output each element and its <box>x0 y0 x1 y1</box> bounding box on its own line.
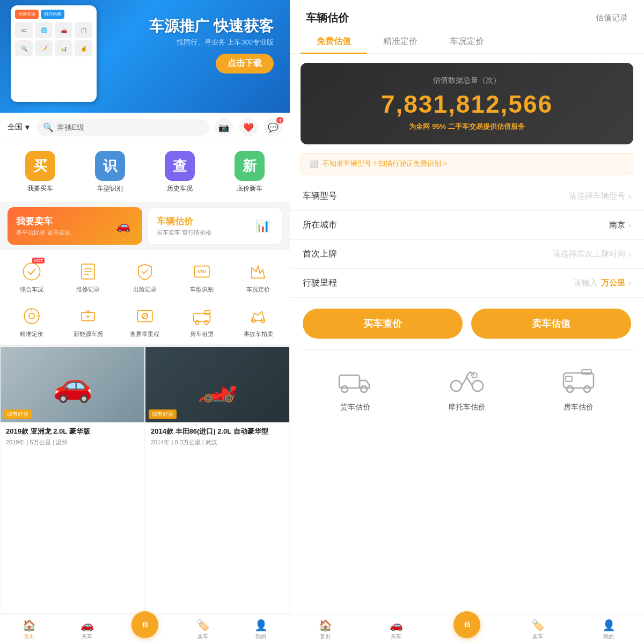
left-nav-estimate[interactable]: 估 <box>116 614 174 644</box>
car-image-0: 🚗 城市好店 <box>1 347 144 422</box>
right-nav-estimate-center[interactable]: 估 <box>453 611 480 638</box>
search-icons: 📷 ❤️ 💬 4 <box>215 118 282 136</box>
car-km-0: 6万公里 <box>30 439 50 445</box>
svg-point-23 <box>341 386 348 392</box>
stats-card: 估值数据总量（次） 7,831,812,566 为全网 95% 二手车交易提供估… <box>301 63 633 144</box>
phone-mockup: 全网车源 同行内网 🏷 🌐 🚗 📋 🔍 📝 📊 💰 <box>11 5 97 102</box>
tab-condition-price[interactable]: 车况定价 <box>434 31 500 54</box>
icon-precise-price[interactable]: 精准定价 <box>3 302 60 340</box>
sell-estimate-button[interactable]: 卖车估值 <box>471 309 631 339</box>
svg-point-31 <box>567 386 573 392</box>
left-nav-home-label: 首页 <box>24 633 34 640</box>
icon-mileage[interactable]: 查异常里程 <box>116 302 173 340</box>
car-city-1: 武汉 <box>206 439 217 445</box>
repair-icon-wrap <box>76 260 100 283</box>
form-row-date[interactable]: 首次上牌 请选择首次上牌时间 › <box>290 240 644 269</box>
icon-rv-rental[interactable]: 房车租赁 <box>173 302 230 340</box>
camera-icon-button[interactable]: 📷 <box>215 118 233 136</box>
right-nav-home[interactable]: 🏠 首页 <box>290 614 361 644</box>
right-nav-mine[interactable]: 👤 我的 <box>573 614 644 644</box>
rv-rental-icon <box>192 306 212 326</box>
grid-item-new[interactable]: 新 底价新车 <box>215 151 284 193</box>
right-nav-buy-label: 买车 <box>391 633 401 640</box>
repair-label: 维修记录 <box>76 286 100 294</box>
comprehensive-icon <box>21 261 42 282</box>
right-nav-buy-icon: 🚗 <box>390 619 403 632</box>
stats-number: 7,831,812,566 <box>313 90 620 119</box>
right-nav-home-label: 首页 <box>320 633 331 640</box>
phone-icon-3: 🚗 <box>55 22 72 38</box>
message-badge: 4 <box>276 117 283 123</box>
history-label: 历史车况 <box>167 184 193 193</box>
wide-buttons: 我要卖车 多平台比价 谁高卖谁 🚗 车辆估价 买车卖车 查行情价格 📊 <box>0 202 290 250</box>
car-card-0[interactable]: 🚗 城市好店 2019款 亚洲龙 2.0L 豪华版 2019年 | 6万公里 |… <box>1 347 144 613</box>
form-row-model[interactable]: 车辆型号 请选择车辆型号 › <box>290 182 644 211</box>
message-icon-button[interactable]: 💬 4 <box>264 118 282 136</box>
left-nav-mine[interactable]: 👤 我的 <box>232 614 290 644</box>
left-nav-home[interactable]: 🏠 首页 <box>0 614 58 644</box>
phone-icon-1: 🏷 <box>15 22 33 38</box>
banner: 全网车源 同行内网 🏷 🌐 🚗 📋 🔍 📝 📊 💰 车源推广 快速获客 找同行、… <box>0 0 290 113</box>
left-panel: 全网车源 同行内网 🏷 🌐 🚗 📋 🔍 📝 📊 💰 车源推广 快速获客 找同行、… <box>0 0 290 644</box>
buy-icon: 买 <box>25 151 55 181</box>
grid-item-history[interactable]: 查 历史车况 <box>145 151 215 193</box>
right-nav-estimate-icon: 估 <box>464 620 470 628</box>
left-nav-mine-label: 我的 <box>255 633 266 640</box>
city-tag-1: 城市好店 <box>149 409 177 419</box>
right-nav-buy[interactable]: 🚗 买车 <box>361 614 431 644</box>
comprehensive-label: 综合车况 <box>20 286 43 294</box>
estimate-btn-icon: 📊 <box>252 215 273 237</box>
main-grid: 买 我要买车 识 车型识别 查 历史车况 新 底价新车 <box>0 142 290 202</box>
right-nav-sell[interactable]: 🏷️ 卖车 <box>502 614 573 644</box>
right-title: 车辆估价 <box>306 11 349 25</box>
icon-accident[interactable]: 事故车拍卖 <box>230 302 287 340</box>
category-truck[interactable]: 货车估价 <box>338 363 372 412</box>
estimate-btn-content: 车辆估价 买车卖车 查行情价格 <box>157 215 211 237</box>
estimate-button[interactable]: 车辆估价 买车卖车 查行情价格 📊 <box>148 207 282 245</box>
phone-icon-4: 📋 <box>75 22 92 38</box>
form-row-city[interactable]: 所在城市 南京 › <box>290 211 644 240</box>
search-input-wrap[interactable]: 🔍 <box>36 119 209 136</box>
history-icon: 查 <box>165 151 195 181</box>
sell-btn-icon: 🚗 <box>112 215 134 237</box>
form-arrow-mileage: › <box>628 279 631 288</box>
right-history-link[interactable]: 估值记录 <box>596 13 628 23</box>
form-label-model: 车辆型号 <box>303 191 337 202</box>
notice-bar[interactable]: ⬜ 不知道车辆型号？扫描行驶证免费识别 > <box>301 153 633 174</box>
right-nav-estimate[interactable]: 估 <box>431 614 502 644</box>
icon-insurance[interactable]: 出险记录 <box>116 258 173 296</box>
grid-item-identify[interactable]: 识 车型识别 <box>75 151 145 193</box>
tab-free-estimate[interactable]: 免费估值 <box>301 31 367 54</box>
left-nav-sell-icon: 🏷️ <box>196 619 210 632</box>
icon-comprehensive[interactable]: HOT 综合车况 <box>3 258 60 296</box>
left-nav-buy-label: 买车 <box>82 633 92 640</box>
form-section: 车辆型号 请选择车辆型号 › 所在城市 南京 › 首次上牌 请选择首次上牌时间 … <box>290 182 644 298</box>
category-motorcycle[interactable]: 摩托车估价 <box>448 363 486 412</box>
car-card-1[interactable]: 🏎️ 城市好店 2014款 丰田86(进口) 2.0L 自动豪华型 2014年 … <box>145 347 289 613</box>
icon-vin[interactable]: VIN 车型识别 <box>173 258 230 296</box>
mileage-label: 查异常里程 <box>130 330 159 338</box>
search-bar: 全国 ▼ 🔍 📷 ❤️ 💬 4 <box>0 113 290 142</box>
icon-ev[interactable]: 新能源车况 <box>60 302 117 340</box>
form-row-mileage[interactable]: 行驶里程 请输入 万公里 › <box>290 269 644 298</box>
left-nav-buy[interactable]: 🚗 买车 <box>58 614 116 644</box>
svg-rect-30 <box>566 376 572 382</box>
favorite-icon-button[interactable]: ❤️ <box>239 118 258 136</box>
left-nav-estimate-center[interactable]: 估 <box>131 611 158 638</box>
buy-price-button[interactable]: 买车查价 <box>303 309 463 339</box>
left-nav-sell[interactable]: 🏷️ 卖车 <box>174 614 232 644</box>
right-nav-sell-label: 卖车 <box>532 633 543 640</box>
location-selector[interactable]: 全国 ▼ <box>8 122 31 132</box>
form-value-city: 南京 › <box>609 220 631 230</box>
tab-precise-price[interactable]: 精准定价 <box>367 31 434 54</box>
search-input[interactable] <box>57 123 203 131</box>
icon-condition-price[interactable]: 车况定价 <box>230 258 287 296</box>
icon-repair[interactable]: 维修记录 <box>60 258 117 296</box>
banner-download-button[interactable]: 点击下载 <box>216 54 274 74</box>
category-rv[interactable]: 房车估价 <box>561 363 596 412</box>
form-mileage-unit: 万公里 <box>601 278 625 288</box>
sell-car-button[interactable]: 我要卖车 多平台比价 谁高卖谁 🚗 <box>8 207 142 245</box>
form-label-mileage: 行驶里程 <box>303 277 337 289</box>
car-name-0: 2019款 亚洲龙 2.0L 豪华版 <box>6 427 139 436</box>
grid-item-buy[interactable]: 买 我要买车 <box>5 151 75 193</box>
